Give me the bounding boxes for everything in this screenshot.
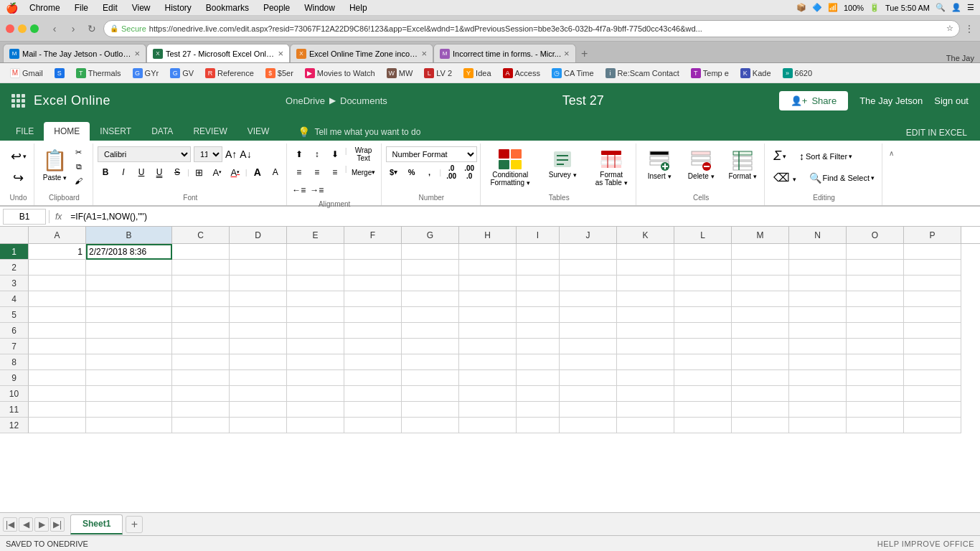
cell-I8[interactable] — [517, 354, 560, 370]
cell-N5[interactable] — [789, 307, 847, 323]
cell-F5[interactable] — [344, 307, 402, 323]
cell-D8[interactable] — [230, 354, 287, 370]
row-header-11[interactable]: 11 — [0, 402, 29, 418]
cell-I7[interactable] — [517, 339, 560, 354]
cell-J12[interactable] — [560, 418, 617, 433]
cell-H8[interactable] — [459, 354, 517, 370]
percent-button[interactable]: % — [404, 164, 420, 180]
cell-N2[interactable] — [789, 260, 847, 276]
cell-M10[interactable] — [732, 386, 789, 402]
find-select-button[interactable]: 🔍 Find & Select ▾ — [805, 170, 879, 186]
bookmark-6620[interactable]: » 6620 — [778, 67, 816, 80]
cell-O11[interactable] — [847, 402, 904, 418]
cell-E2[interactable] — [287, 260, 344, 276]
cell-O2[interactable] — [847, 260, 904, 276]
col-header-c[interactable]: C — [172, 227, 230, 244]
underline-button[interactable]: U — [133, 164, 149, 180]
cell-O7[interactable] — [847, 339, 904, 354]
user-avatar[interactable]: 👤 — [951, 3, 961, 12]
border-button[interactable]: ⊞ — [192, 164, 207, 180]
row-header-6[interactable]: 6 — [0, 323, 29, 339]
decrease-indent-button[interactable]: ←≡ — [291, 182, 307, 198]
bookmark-lv[interactable]: L LV 2 — [420, 67, 456, 80]
cell-K12[interactable] — [617, 418, 674, 433]
cell-A10[interactable] — [29, 386, 86, 402]
cell-F2[interactable] — [344, 260, 402, 276]
cell-G8[interactable] — [402, 354, 459, 370]
refresh-button[interactable]: ↻ — [85, 22, 99, 36]
cell-B12[interactable] — [86, 418, 172, 433]
tab-incorrect[interactable]: M Incorrect time in forms. - Micr... × — [433, 44, 576, 62]
history-menu[interactable]: History — [162, 3, 194, 13]
cell-J6[interactable] — [560, 323, 617, 339]
cell-K6[interactable] — [617, 323, 674, 339]
align-top-button[interactable]: ⬆ — [291, 146, 307, 162]
cell-D1[interactable] — [230, 244, 287, 260]
cell-A1[interactable]: 1 — [29, 244, 86, 260]
cell-E10[interactable] — [287, 386, 344, 402]
cell-H5[interactable] — [459, 307, 517, 323]
cell-C12[interactable] — [172, 418, 230, 433]
font-color-button[interactable]: A▾ — [227, 164, 243, 180]
cell-H4[interactable] — [459, 291, 517, 307]
col-header-e[interactable]: E — [287, 227, 344, 244]
fill-color-button[interactable]: A▾ — [209, 164, 225, 180]
cell-O5[interactable] — [847, 307, 904, 323]
format-as-table-button[interactable]: Formatas Table ▾ — [590, 146, 633, 189]
cell-N3[interactable] — [789, 276, 847, 291]
cell-F12[interactable] — [344, 418, 402, 433]
cell-K3[interactable] — [617, 276, 674, 291]
cell-H9[interactable] — [459, 370, 517, 386]
cell-K11[interactable] — [617, 402, 674, 418]
cell-O10[interactable] — [847, 386, 904, 402]
cell-A4[interactable] — [29, 291, 86, 307]
wrap-text-button[interactable]: WrapText — [349, 146, 378, 162]
cell-E11[interactable] — [287, 402, 344, 418]
cell-P11[interactable] — [904, 402, 961, 418]
delete-cells-button[interactable]: Delete ▾ — [682, 146, 720, 183]
cell-D6[interactable] — [230, 323, 287, 339]
cell-C11[interactable] — [172, 402, 230, 418]
bookmark-gmail[interactable]: M Gmail — [6, 67, 47, 80]
cell-H12[interactable] — [459, 418, 517, 433]
cell-D2[interactable] — [230, 260, 287, 276]
cell-M6[interactable] — [732, 323, 789, 339]
extensions-icon[interactable]: ⋮ — [964, 23, 974, 34]
cell-C1[interactable] — [172, 244, 230, 260]
row-header-3[interactable]: 3 — [0, 276, 29, 291]
cell-C2[interactable] — [172, 260, 230, 276]
copy-button[interactable]: ⧉ — [72, 161, 85, 173]
people-menu[interactable]: People — [260, 3, 293, 13]
cell-H2[interactable] — [459, 260, 517, 276]
cell-F10[interactable] — [344, 386, 402, 402]
cell-M9[interactable] — [732, 370, 789, 386]
tab-excel-close[interactable]: × — [278, 48, 283, 59]
cell-I2[interactable] — [517, 260, 560, 276]
view-menu[interactable]: View — [129, 3, 154, 13]
col-header-j[interactable]: J — [560, 227, 617, 244]
cell-N10[interactable] — [789, 386, 847, 402]
cell-H11[interactable] — [459, 402, 517, 418]
cell-G7[interactable] — [402, 339, 459, 354]
cell-N8[interactable] — [789, 354, 847, 370]
bookmark-ca-time[interactable]: ◷ CA Time — [547, 67, 598, 80]
cell-F3[interactable] — [344, 276, 402, 291]
cell-H1[interactable] — [459, 244, 517, 260]
cell-N9[interactable] — [789, 370, 847, 386]
cell-E4[interactable] — [287, 291, 344, 307]
row-header-5[interactable]: 5 — [0, 307, 29, 323]
paste-button[interactable]: 📋 Paste ▾ — [39, 146, 71, 184]
cell-C4[interactable] — [172, 291, 230, 307]
bookmark-thermals[interactable]: T Thermals — [72, 67, 126, 80]
col-header-m[interactable]: M — [732, 227, 789, 244]
cell-P12[interactable] — [904, 418, 961, 433]
cell-B10[interactable] — [86, 386, 172, 402]
bookmark-gv[interactable]: G GV — [166, 67, 198, 80]
cell-N12[interactable] — [789, 418, 847, 433]
cell-K9[interactable] — [617, 370, 674, 386]
cell-O12[interactable] — [847, 418, 904, 433]
cell-K8[interactable] — [617, 354, 674, 370]
align-center-button[interactable]: ≡ — [309, 164, 325, 180]
cell-F9[interactable] — [344, 370, 402, 386]
cell-L4[interactable] — [674, 291, 732, 307]
